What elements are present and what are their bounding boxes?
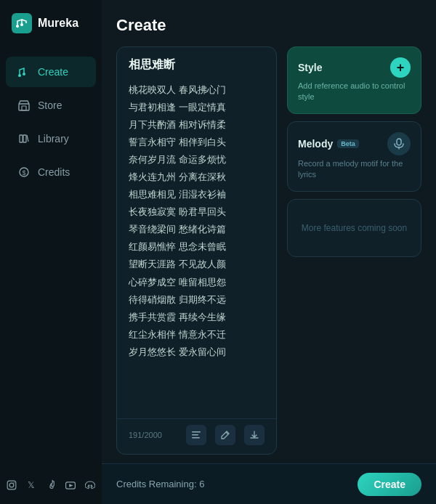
lyrics-body[interactable]: 桃花映双人 春风拂心门与君初相逢 一眼定情真月下共酌酒 相对诉情柔誓言永相守 相… [117, 78, 276, 418]
credits-remaining: Credits Remaining: 6 [116, 479, 204, 489]
svg-rect-20 [397, 139, 401, 145]
coming-soon-text: More features coming soon [302, 223, 407, 233]
format-button[interactable] [186, 425, 206, 445]
bottom-bar: Credits Remaining: 6 Create [102, 463, 436, 504]
svg-point-15 [88, 484, 89, 486]
melody-card-title: Melody [298, 138, 333, 150]
svg-rect-17 [192, 431, 201, 433]
svg-point-12 [13, 482, 14, 483]
edit-button[interactable] [215, 425, 235, 445]
right-panel: Style + Add reference audio to control s… [287, 46, 421, 455]
list-item: 红颜易憔悴 思念未曾眠 [129, 238, 265, 256]
melody-card: Melody Beta Record a melody motif for th… [287, 121, 421, 192]
youtube-icon[interactable] [65, 478, 76, 492]
style-card-desc: Add reference audio to control style [298, 81, 411, 103]
lyrics-footer: 191/2000 [117, 418, 276, 454]
melody-card-desc: Record a melody motif for the lyrics [298, 158, 411, 181]
plus-icon: + [397, 61, 405, 74]
sidebar-social: 𝕏 [0, 466, 102, 504]
list-item: 心碎梦成空 唯留相思怨 [129, 274, 265, 291]
list-item: 与君初相逢 一眼定情真 [129, 99, 265, 116]
style-card-title: Style [298, 62, 322, 73]
svg-point-16 [91, 484, 92, 486]
lyrics-actions [186, 425, 265, 445]
content-area: 相思难断 桃花映双人 春风拂心门与君初相逢 一眼定情真月下共酌酒 相对诉情柔誓言… [102, 46, 436, 455]
svg-rect-4 [19, 104, 29, 110]
instagram-icon[interactable] [6, 478, 17, 492]
twitter-icon[interactable]: 𝕏 [25, 478, 36, 492]
app-name: Mureka [38, 17, 78, 30]
lyrics-title: 相思难断 [117, 47, 276, 78]
sidebar-item-library[interactable]: Library [6, 123, 96, 154]
style-card-header: Style + [298, 57, 411, 78]
sidebar-item-create[interactable]: Create [6, 57, 96, 87]
beta-badge: Beta [337, 139, 359, 148]
list-item: 桃花映双人 春风拂心门 [129, 81, 265, 99]
svg-marker-14 [69, 484, 73, 487]
export-button[interactable] [244, 425, 265, 445]
logo-icon [12, 13, 32, 33]
tiktok-icon[interactable] [45, 478, 56, 492]
main-content: Create 相思难断 桃花映双人 春风拂心门与君初相逢 一眼定情真月下共酌酒 … [102, 0, 436, 504]
list-item: 烽火连九州 分离在深秋 [129, 168, 265, 186]
svg-point-0 [16, 25, 19, 28]
sidebar-item-store[interactable]: Store [6, 90, 96, 121]
svg-rect-7 [23, 135, 26, 142]
svg-rect-6 [20, 135, 23, 142]
svg-rect-19 [192, 437, 200, 439]
svg-point-11 [9, 483, 14, 487]
list-item: 相思难相见 泪湿衣衫袖 [129, 186, 265, 203]
svg-text:$: $ [22, 169, 25, 176]
sidebar-logo: Mureka [0, 0, 102, 49]
create-label: Create [38, 66, 68, 78]
add-style-button[interactable]: + [390, 57, 411, 78]
credits-icon: $ [17, 166, 31, 179]
list-item: 待得硝烟散 归期终不远 [129, 291, 265, 309]
lyrics-container[interactable]: 相思难断 桃花映双人 春风拂心门与君初相逢 一眼定情真月下共酌酒 相对诉情柔誓言… [116, 46, 277, 455]
list-item: 月下共酌酒 相对诉情柔 [129, 116, 265, 134]
store-icon [17, 99, 31, 112]
list-item: 岁月悠悠长 爱永留心间 [129, 344, 265, 361]
svg-point-2 [18, 74, 21, 77]
sidebar: Mureka Create Store [0, 0, 102, 504]
svg-rect-5 [22, 106, 26, 110]
svg-rect-18 [192, 434, 198, 436]
store-label: Store [38, 99, 62, 111]
create-icon [17, 65, 31, 78]
discord-icon[interactable] [85, 478, 96, 492]
sidebar-navigation: Create Store Library [0, 49, 102, 466]
coming-soon-card: More features coming soon [287, 199, 421, 257]
melody-title-wrap: Melody Beta [298, 138, 359, 150]
page-header: Create [102, 0, 436, 46]
svg-rect-10 [7, 481, 16, 489]
list-item: 奈何岁月流 命运多烦忧 [129, 151, 265, 168]
list-item: 红尘永相伴 情意永不迁 [129, 326, 265, 344]
list-item: 誓言永相守 相伴到白头 [129, 134, 265, 151]
lyrics-count: 191/2000 [129, 431, 162, 439]
library-icon [17, 132, 31, 145]
page-title: Create [116, 16, 421, 35]
melody-card-header: Melody Beta [298, 132, 411, 155]
credits-label: Credits [38, 166, 70, 178]
list-item: 琴音绕梁间 愁绪化诗篇 [129, 221, 265, 238]
sidebar-item-credits[interactable]: $ Credits [6, 157, 96, 187]
list-item: 望断天涯路 不见故人颜 [129, 256, 265, 273]
create-button-label: Create [374, 479, 405, 490]
svg-point-3 [23, 73, 25, 76]
create-button[interactable]: Create [358, 473, 421, 496]
svg-point-1 [20, 23, 23, 26]
style-card: Style + Add reference audio to control s… [287, 46, 421, 114]
list-item: 携手共赏霞 再续今生缘 [129, 309, 265, 326]
mic-button[interactable] [387, 132, 411, 155]
library-label: Library [38, 133, 69, 145]
list-item: 长夜独寂寞 盼君早回头 [129, 203, 265, 221]
